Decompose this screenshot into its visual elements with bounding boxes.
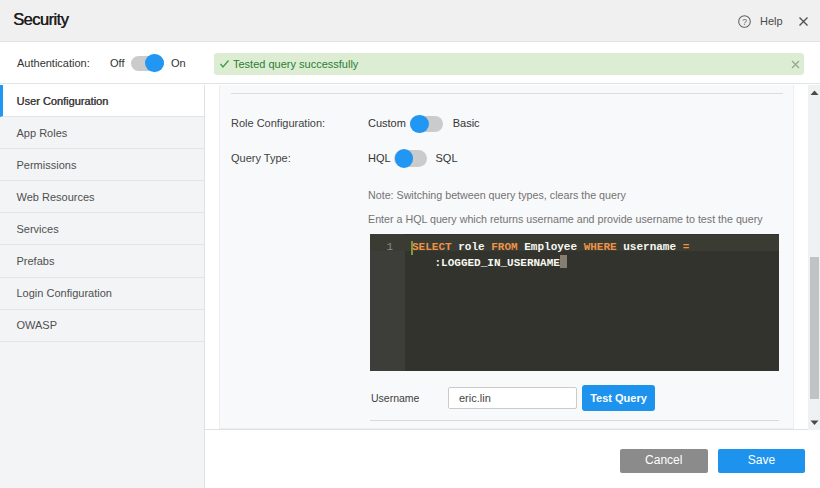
svg-text:?: ? — [742, 17, 747, 27]
